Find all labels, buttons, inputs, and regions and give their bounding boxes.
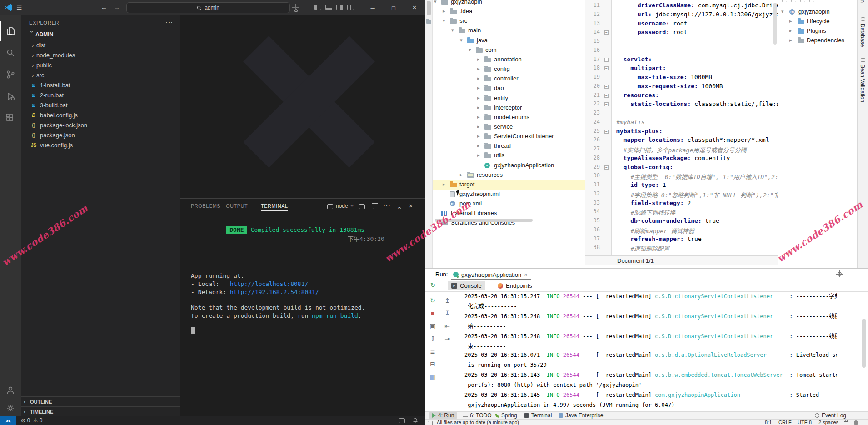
run-settings-gear-icon[interactable] (838, 272, 842, 276)
code-line[interactable]: 37refresh-mapper: true (585, 235, 778, 245)
caret-position[interactable]: 8:1 (765, 420, 772, 425)
nav-back-icon[interactable]: ← (101, 4, 107, 11)
explorer-file-row[interactable]: ⊞2-run.bat (21, 90, 180, 100)
editor-scrollbar-thumb[interactable] (773, 3, 777, 45)
settings-gear-icon[interactable] (0, 398, 21, 418)
terminal-shell-label[interactable]: node (336, 203, 348, 209)
explorer-file-row[interactable]: {}package.json (21, 130, 180, 140)
explorer-more-icon[interactable]: ··· (165, 18, 173, 25)
fold-marker-icon[interactable]: − (604, 85, 609, 89)
dump-icon[interactable]: ⇩ (428, 335, 438, 342)
tree-row--idea[interactable]: ▸.idea (433, 7, 585, 16)
window-minimize-button[interactable]: ─ (363, 0, 383, 15)
file-encoding[interactable]: UTF-8 (798, 420, 812, 425)
account-icon[interactable] (0, 380, 21, 400)
explorer-file-row[interactable]: Bbabel.config.js (21, 110, 180, 120)
up-stack-icon[interactable]: ↥ (442, 297, 452, 304)
shell-dropdown-icon[interactable]: › (349, 205, 355, 207)
tree-row-interceptor[interactable]: ▸interceptor (433, 103, 585, 113)
rerun-icon[interactable]: ↻ (428, 297, 438, 304)
soft-wrap-icon[interactable]: ⇤ (442, 322, 452, 330)
fold-marker-icon[interactable]: − (604, 30, 609, 35)
tree-row-gxjyzhaopin-iml[interactable]: gxjyzhaopin.iml (433, 190, 585, 199)
code-line[interactable]: 30#主键类型 0:"数据库ID自增", 1:"用户输入ID",2:"全 (585, 172, 778, 181)
maven-toolbar-icon[interactable] (800, 0, 805, 2)
network-url-link[interactable]: http://192.168.2.54:8081/ (230, 289, 319, 295)
tree-row-main[interactable]: ▾main (433, 26, 585, 35)
hector-inspections-icon[interactable] (854, 420, 858, 425)
search-sidebar-icon[interactable] (0, 43, 21, 63)
console-scrollbar-thumb[interactable] (862, 319, 866, 368)
down-stack-icon[interactable]: ↧ (442, 310, 452, 317)
window-close-button[interactable]: × (404, 0, 424, 15)
maven-toolbar-icon[interactable] (782, 0, 787, 2)
scrollbar-thumb[interactable] (427, 1, 431, 15)
indent-style[interactable]: 2 spaces (818, 420, 838, 425)
tree-row-thread[interactable]: ▸thread (433, 141, 585, 151)
tree-row-controller[interactable]: ▸controller (433, 74, 585, 84)
code-line[interactable]: 20−max-request-size: 1000MB (585, 83, 778, 92)
code-line[interactable]: 29−global-config: (585, 164, 778, 173)
explorer-folder-row[interactable]: ›dist (21, 40, 180, 50)
panel-ellipsis-icon[interactable]: ··· (383, 201, 390, 210)
maven-toolbar-icon[interactable] (791, 0, 796, 2)
run-configuration-tab[interactable]: gxjyzhaopinApplication × (453, 270, 528, 279)
feedback-icon[interactable] (399, 418, 405, 423)
maximize-panel-icon[interactable]: › (395, 206, 403, 209)
tree-row-com[interactable]: ▾com (433, 45, 585, 55)
explorer-file-row[interactable]: JSvue.config.js (21, 140, 180, 150)
toolbar-item-Java-Enterprise[interactable]: Java Enterprise (556, 412, 606, 419)
tree-row-java[interactable]: ▾java (433, 36, 585, 45)
code-line[interactable]: 35db-column-underline: true (585, 217, 778, 226)
coverage-icon[interactable]: ▣ (428, 322, 438, 330)
tab-database[interactable]: Database (859, 24, 866, 47)
clear-icon[interactable]: ▥ (428, 373, 438, 380)
tree-row-target[interactable]: ▸target (433, 180, 585, 190)
terminal-output[interactable]: DONECompiled successfully in 13881ms 下午4… (180, 214, 425, 416)
code-line[interactable]: 25−mybatis-plus: (585, 128, 778, 137)
code-line[interactable]: 11driverClassName: com.mysql.cj.jdbc.Dri… (585, 2, 778, 11)
close-tab-icon[interactable]: × (524, 271, 528, 278)
run-debug-icon[interactable] (0, 86, 21, 106)
explorer-file-row[interactable]: ⊞1-install.bat (21, 80, 180, 90)
explorer-folder-row[interactable]: ›public (21, 60, 180, 70)
timeline-section[interactable]: › TIMELINE (21, 406, 180, 416)
tree-row-ServletContextListener[interactable]: ▸ServletContextListener (433, 132, 585, 141)
code-line[interactable]: 27#实体扫描，多个package用逗号或者分号分隔 (585, 145, 778, 155)
toolbar-item-6--TODO[interactable]: 6: TODO (460, 412, 494, 419)
code-line[interactable]: 26mapper-locations: classpath*:mapper/*.… (585, 136, 778, 145)
close-panel-icon[interactable]: × (409, 202, 413, 210)
tree-row-resources[interactable]: ▸resources (433, 170, 585, 180)
toggle-panel-icon[interactable] (325, 5, 332, 10)
fold-marker-icon[interactable]: − (604, 94, 609, 98)
tree-row-model-enums[interactable]: ▸model.enums (433, 113, 585, 122)
code-line[interactable]: 14−password: root (585, 29, 778, 38)
toolbar-item-Spring[interactable]: Spring (492, 412, 520, 419)
tree-row-pom-xml[interactable]: mpom.xml (433, 199, 585, 209)
maven-toolbar-icon[interactable] (809, 0, 814, 2)
outline-section[interactable]: › OUTLINE (21, 396, 180, 406)
fold-marker-icon[interactable]: − (604, 130, 609, 134)
maven-item-plugins[interactable]: ▸Plugins (778, 26, 857, 36)
explorer-folder-row[interactable]: ›node_modules (21, 50, 180, 60)
hide-panel-icon[interactable]: — (850, 270, 857, 277)
window-maximize-button[interactable]: □ (384, 0, 404, 15)
tab-bean-validation[interactable]: Bean Validation (859, 65, 866, 102)
fold-marker-icon[interactable]: − (604, 102, 609, 106)
code-line[interactable]: 15 (585, 38, 778, 47)
idea-editor[interactable]: 11driverClassName: com.mysql.cj.jdbc.Dri… (585, 0, 778, 265)
scroll-end-icon[interactable]: ⇥ (442, 335, 452, 342)
code-line[interactable]: 24#mybatis (585, 119, 778, 128)
thread-view-icon[interactable]: ≣ (428, 348, 438, 355)
notifications-bell-icon[interactable] (413, 418, 418, 425)
panel-more-icon[interactable]: ··· (284, 203, 290, 209)
explorer-file-row[interactable]: ⊞3-build.bat (21, 100, 180, 110)
code-line[interactable]: 13username: root (585, 20, 778, 29)
tree-row-annotation[interactable]: ▸annotation (433, 55, 585, 65)
code-line[interactable]: 22−static-locations: classpath:static/,f… (585, 100, 778, 110)
explorer-icon[interactable] (0, 21, 21, 41)
tab-endpoints[interactable]: Endpoints (494, 281, 536, 290)
tree-row-dao[interactable]: ▸dao (433, 84, 585, 93)
code-line[interactable]: 19max-file-size: 1000MB (585, 74, 778, 83)
tree-row-entity[interactable]: ▸entity (433, 94, 585, 103)
